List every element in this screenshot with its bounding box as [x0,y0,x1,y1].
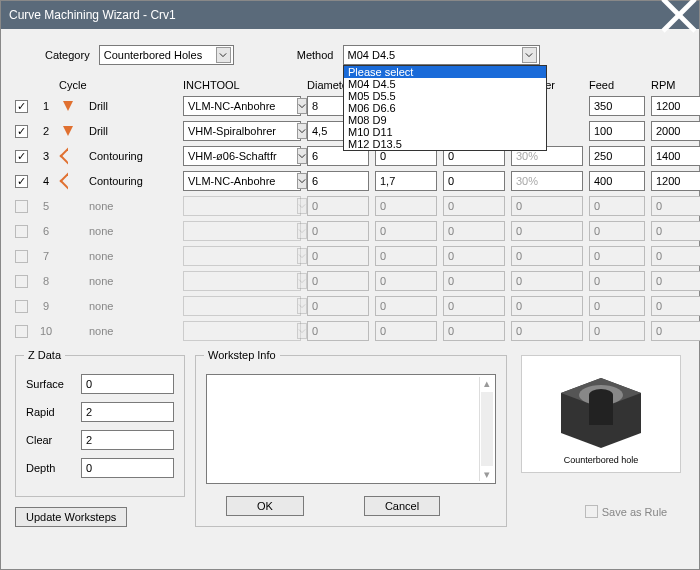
row-checkbox[interactable] [15,150,28,163]
feed-input[interactable]: 350 [589,96,645,116]
rpm-input[interactable]: 2000 [651,121,700,141]
rpm-input: 0 [651,271,700,291]
spin-input: 0 [443,321,505,341]
step-input[interactable]: 30% [511,171,583,191]
depth-input[interactable]: 1,7 [375,171,437,191]
zdata-legend: Z Data [24,349,65,361]
rpm-input[interactable]: 1400 [651,146,700,166]
method-value: M04 D4.5 [348,49,518,61]
tool-combo [183,271,301,291]
rpm-input: 0 [651,221,700,241]
tool-combo[interactable]: VHM-Spiralbohrer [183,121,301,141]
method-option[interactable]: M12 D13.5 [344,138,546,150]
window: Curve Machining Wizard - Crv1 Category C… [0,0,700,570]
cycle-name: none [89,225,177,237]
method-combo[interactable]: M04 D4.5 [343,45,540,65]
chevron-down-icon [216,47,231,63]
scroll-thumb[interactable] [481,392,493,466]
rpm-input: 0 [651,296,700,316]
header-tool: INCHTOOL [183,79,301,91]
bottom-section: Z Data Surface0 Rapid2 Clear2 Depth0 Upd… [15,355,685,527]
surface-label: Surface [26,378,81,390]
row-number: 9 [37,300,55,312]
header-cycle: Cycle [59,79,177,91]
depth-input: 0 [375,321,437,341]
update-worksteps-button[interactable]: Update Worksteps [15,507,127,527]
ok-button[interactable]: OK [226,496,304,516]
cycle-name: Contouring [89,150,177,162]
rpm-input: 0 [651,246,700,266]
surface-input[interactable]: 0 [81,374,174,394]
rpm-input[interactable]: 1200 [651,96,700,116]
tool-combo[interactable]: VLM-NC-Anbohre [183,171,301,191]
spin-input[interactable]: 0 [443,171,505,191]
row-number: 2 [37,125,55,137]
feed-input[interactable]: 100 [589,121,645,141]
zdata-column: Z Data Surface0 Rapid2 Clear2 Depth0 Upd… [15,355,185,527]
cycle-name: none [89,250,177,262]
depth-input: 0 [375,296,437,316]
spin-input: 0 [443,271,505,291]
cycle-name: Contouring [89,175,177,187]
depth-label: Depth [26,462,81,474]
cancel-button[interactable]: Cancel [364,496,440,516]
workstep-info-textarea[interactable]: ▴ ▾ [206,374,496,484]
workstep-info-group: Workstep Info ▴ ▾ OK Cancel [195,355,507,527]
category-combo[interactable]: Counterbored Holes [99,45,234,65]
depth-input: 0 [375,221,437,241]
chevron-down-icon [297,273,307,289]
step-input: 0 [511,271,583,291]
scroll-up-icon[interactable]: ▴ [484,377,490,390]
diam-input: 0 [307,271,369,291]
row-number: 7 [37,250,55,262]
clear-input[interactable]: 2 [81,430,174,450]
counterbored-hole-illustration: Counterbored hole [521,355,681,473]
feed-input: 0 [589,321,645,341]
rpm-input[interactable]: 1200 [651,171,700,191]
cycle-name: none [89,325,177,337]
drill-icon [61,124,75,138]
feed-input[interactable]: 400 [589,171,645,191]
cycle-name: Drill [89,100,177,112]
close-button[interactable] [659,1,699,29]
method-dropdown-list[interactable]: Please select M04 D4.5 M05 D5.5 M06 D6.6… [343,65,547,151]
window-title: Curve Machining Wizard - Crv1 [9,8,659,22]
cycle-name: Drill [89,125,177,137]
method-option[interactable]: M10 D11 [344,126,546,138]
depth-input[interactable]: 0 [81,458,174,478]
row-checkbox[interactable] [15,175,28,188]
method-option[interactable]: M06 D6.6 [344,102,546,114]
chevron-down-icon [297,148,307,164]
cycle-name: none [89,200,177,212]
scrollbar[interactable]: ▴ ▾ [479,377,493,481]
clear-label: Clear [26,434,81,446]
scroll-down-icon[interactable]: ▾ [484,468,490,481]
method-option[interactable]: M08 D9 [344,114,546,126]
method-option[interactable]: M05 D5.5 [344,90,546,102]
method-option[interactable]: Please select [344,66,546,78]
titlebar: Curve Machining Wizard - Crv1 [1,1,699,29]
row-checkbox [15,250,28,263]
rpm-input: 0 [651,196,700,216]
spin-input: 0 [443,221,505,241]
row-checkbox [15,300,28,313]
method-label: Method [297,49,334,61]
feed-input[interactable]: 250 [589,146,645,166]
drill-icon [61,99,75,113]
diam-input[interactable]: 6 [307,171,369,191]
row-number: 5 [37,200,55,212]
diam-input: 0 [307,296,369,316]
tool-combo [183,296,301,316]
tool-combo[interactable]: VLM-NC-Anbohre [183,96,301,116]
row-checkbox[interactable] [15,100,28,113]
tool-combo[interactable]: VHM-ø06-Schaftfr [183,146,301,166]
cycle-name: none [89,275,177,287]
rapid-input[interactable]: 2 [81,402,174,422]
feed-input: 0 [589,246,645,266]
method-option[interactable]: M04 D4.5 [344,78,546,90]
category-value: Counterbored Holes [104,49,212,61]
step-input: 0 [511,221,583,241]
header-rpm: RPM [651,79,700,91]
row-checkbox[interactable] [15,125,28,138]
contour-icon [61,174,75,188]
